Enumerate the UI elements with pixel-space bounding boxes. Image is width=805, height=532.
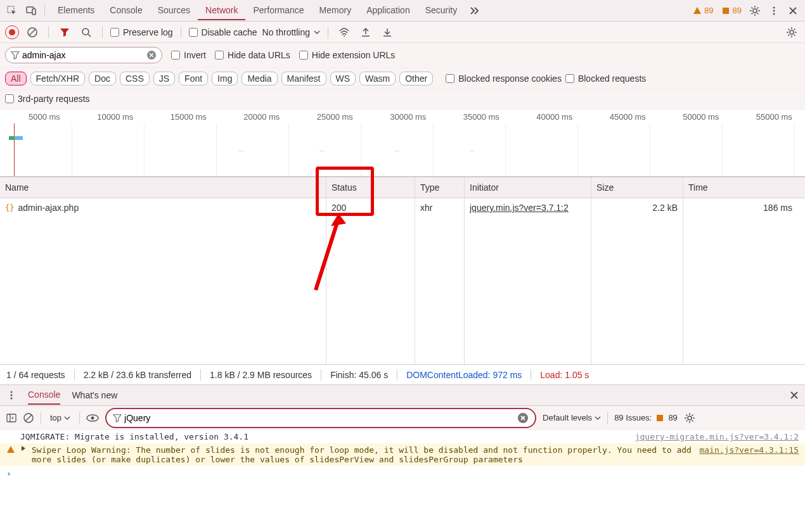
throttling-select[interactable]: No throttling: [262, 27, 320, 37]
panel-tab-console[interactable]: Console: [102, 1, 150, 20]
svg-point-13: [11, 391, 13, 393]
console-prompt[interactable]: ›: [0, 466, 805, 481]
settings-icon[interactable]: [747, 3, 763, 19]
panel-tab-performance[interactable]: Performance: [245, 1, 311, 20]
clear-console-icon[interactable]: [23, 412, 34, 424]
console-settings-icon[interactable]: [684, 412, 695, 424]
request-initiator[interactable]: jquery.min.js?ver=3.7.1:2: [465, 198, 591, 217]
filter-toggle-icon[interactable]: [56, 24, 73, 41]
svg-rect-22: [657, 415, 663, 421]
svg-point-14: [11, 395, 13, 396]
disable-cache-checkbox[interactable]: Disable cache: [189, 27, 257, 37]
table-header[interactable]: Name Status Type Initiator Size Time: [0, 177, 805, 198]
type-filter-manifest[interactable]: Manifest: [281, 72, 326, 86]
type-filter-ws[interactable]: WS: [330, 72, 356, 86]
svg-rect-2: [32, 9, 35, 15]
issues-badge-top[interactable]: 89: [719, 4, 744, 16]
clear-filter-icon[interactable]: [146, 50, 157, 60]
hide-extension-urls-checkbox[interactable]: Hide extension URLs: [299, 50, 396, 60]
console-warning-row[interactable]: Swiper Loop Warning: The number of slide…: [0, 443, 805, 466]
type-filter-css[interactable]: CSS: [120, 72, 150, 86]
device-toggle-icon[interactable]: [23, 3, 39, 19]
invert-checkbox[interactable]: Invert: [171, 50, 206, 60]
timeline-tick: 30000 ms: [390, 112, 426, 122]
timeline-tick: 50000 ms: [683, 112, 719, 122]
col-type[interactable]: Type: [415, 177, 465, 198]
log-levels-select[interactable]: Default levels: [543, 413, 601, 422]
xhr-icon: {}: [5, 203, 14, 212]
network-settings-icon[interactable]: [783, 24, 800, 41]
drawer-tab-console[interactable]: Console: [28, 386, 60, 405]
type-filter-wasm[interactable]: Wasm: [359, 72, 396, 86]
close-drawer-icon[interactable]: [790, 391, 799, 400]
type-filter-js[interactable]: JS: [153, 72, 175, 86]
type-filter-fetch-xhr[interactable]: Fetch/XHR: [30, 72, 85, 86]
network-timeline[interactable]: 5000 ms10000 ms15000 ms20000 ms25000 ms3…: [0, 110, 805, 177]
hide-data-urls-checkbox[interactable]: Hide data URLs: [215, 50, 290, 60]
type-filter-all[interactable]: All: [5, 72, 27, 86]
warnings-badge[interactable]: 89: [690, 4, 716, 16]
request-type: xhr: [415, 198, 465, 217]
type-filter-other[interactable]: Other: [399, 72, 433, 86]
blocked-cookies-checkbox[interactable]: Blocked response cookies: [446, 73, 562, 84]
network-filter-input[interactable]: [5, 47, 162, 63]
inspect-icon[interactable]: [4, 3, 20, 19]
timeline-tick: 40000 ms: [536, 112, 572, 122]
devtools-panel-tabs: ElementsConsoleSourcesNetworkPerformance…: [0, 0, 805, 22]
col-status[interactable]: Status: [326, 177, 415, 198]
live-expression-icon[interactable]: [86, 414, 99, 422]
log-source[interactable]: main.js?ver=4.3.1:15: [699, 445, 799, 464]
kebab-menu-icon[interactable]: [766, 3, 782, 19]
col-time[interactable]: Time: [683, 177, 797, 198]
log-source[interactable]: jquery-migrate.min.js?ver=3.4.1:2: [635, 432, 799, 441]
col-size[interactable]: Size: [591, 177, 683, 198]
clear-console-filter-icon[interactable]: [517, 412, 529, 424]
search-icon[interactable]: [78, 24, 94, 41]
svg-point-15: [11, 398, 13, 400]
preserve-log-checkbox[interactable]: Preserve log: [110, 27, 173, 37]
export-har-icon[interactable]: [357, 24, 374, 41]
type-filter-font[interactable]: Font: [179, 72, 208, 86]
type-filter-media[interactable]: Media: [242, 72, 277, 86]
panel-tab-network[interactable]: Network: [198, 1, 245, 20]
type-filter-doc[interactable]: Doc: [89, 72, 116, 86]
console-log-row[interactable]: JQMIGRATE: Migrate is installed, version…: [0, 430, 805, 443]
type-filter-img[interactable]: Img: [212, 72, 238, 86]
request-name: admin-ajax.php: [18, 203, 79, 213]
import-har-icon[interactable]: [379, 24, 396, 41]
svg-rect-3: [723, 8, 729, 14]
panel-tab-memory[interactable]: Memory: [312, 1, 359, 20]
console-context-select[interactable]: top: [48, 413, 73, 422]
summary-finish: Finish: 45.06 s: [330, 370, 388, 380]
more-tabs-icon[interactable]: [467, 3, 484, 19]
timeline-tick: 35000 ms: [463, 112, 499, 122]
drawer-tab-whatsnew[interactable]: What's new: [72, 386, 117, 404]
panel-tab-sources[interactable]: Sources: [150, 1, 198, 20]
blocked-requests-checkbox[interactable]: Blocked requests: [565, 73, 646, 84]
svg-point-7: [773, 13, 775, 15]
issues-link[interactable]: 89 Issues: 89: [614, 413, 678, 422]
timeline-tick: 45000 ms: [610, 112, 646, 122]
table-row[interactable]: {} admin-ajax.php 200 xhr jquery.min.js?…: [0, 198, 805, 217]
col-name[interactable]: Name: [0, 177, 326, 198]
panel-tab-application[interactable]: Application: [359, 1, 418, 20]
network-conditions-icon[interactable]: [336, 24, 352, 41]
svg-point-4: [753, 9, 757, 13]
console-sidebar-toggle-icon[interactable]: [6, 413, 16, 423]
clear-icon[interactable]: [24, 24, 41, 41]
timeline-tick: 15000 ms: [171, 112, 207, 122]
issues-count-top: 89: [733, 6, 742, 15]
timeline-tick: 55000 ms: [756, 112, 792, 122]
record-button[interactable]: [5, 25, 19, 39]
panel-tab-security[interactable]: Security: [418, 1, 465, 20]
drawer-menu-icon[interactable]: [6, 390, 16, 400]
console-filter-input[interactable]: [105, 408, 536, 428]
network-table: Name Status Type Initiator Size Time {} …: [0, 177, 805, 364]
close-devtools-icon[interactable]: [785, 3, 801, 19]
request-type-filters: AllFetch/XHRDocCSSJSFontImgMediaManifest…: [0, 68, 805, 90]
expand-icon[interactable]: [20, 445, 27, 464]
third-party-checkbox[interactable]: 3rd-party requests: [5, 94, 90, 104]
svg-point-23: [688, 416, 692, 420]
col-initiator[interactable]: Initiator: [465, 177, 591, 198]
panel-tab-elements[interactable]: Elements: [50, 1, 102, 20]
